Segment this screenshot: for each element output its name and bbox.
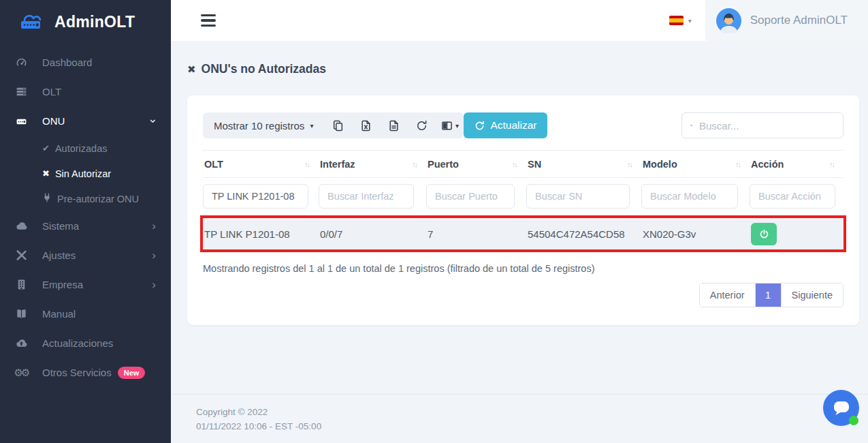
sidebar-item-empresa[interactable]: Empresa › — [0, 270, 171, 299]
search-box — [681, 112, 843, 138]
cell-olt: TP LINK P1201-08 — [203, 228, 319, 240]
datatable-buttons-group: Mostrar 10 registros ▾ — [203, 112, 464, 138]
sidebar-item-label: Pre-autorizar ONU — [57, 194, 139, 204]
filter-modelo-input[interactable] — [641, 184, 738, 209]
sidebar-item-sistema[interactable]: Sistema › — [0, 211, 171, 241]
sidebar-item-label: OLT — [42, 86, 61, 97]
brand-logo: AdminOLT — [0, 0, 171, 44]
page-title: ✖ ONU's no Autorizadas — [187, 62, 859, 76]
chevron-right-icon: › — [152, 249, 156, 261]
page-length-select[interactable]: Mostrar 10 registros ▾ — [203, 120, 324, 132]
search-input[interactable] — [699, 120, 835, 132]
table-header-row: OLT↑↓ Interfaz↑↓ Puerto↑↓ SN↑↓ Modelo↑↓ … — [203, 151, 843, 178]
page-content: ✖ ONU's no Autorizadas Mostrar 10 regist… — [171, 41, 868, 394]
router-icon — [15, 115, 27, 127]
sidebar-item-label: Empresa — [42, 279, 83, 290]
datetime-text: 01/11/2022 10:06 - EST -05:00 — [196, 419, 868, 433]
pagination-page-1[interactable]: 1 — [755, 284, 781, 307]
sidebar-item-autorizadas[interactable]: ✔ Autorizadas — [0, 136, 171, 161]
sidebar-item-olt[interactable]: OLT — [0, 77, 171, 106]
caret-down-icon: ▾ — [310, 122, 313, 129]
sort-icon: ↑↓ — [627, 160, 632, 168]
chevron-down-icon: › — [148, 119, 160, 123]
sidebar-item-dashboard[interactable]: Dashboard — [0, 48, 171, 77]
table-info: Mostrando registros del 1 al 1 de un tot… — [203, 263, 843, 274]
column-header-sn[interactable]: SN↑↓ — [526, 159, 641, 170]
data-table: OLT↑↓ Interfaz↑↓ Puerto↑↓ SN↑↓ Modelo↑↓ … — [203, 150, 843, 252]
spain-flag-icon — [669, 16, 684, 25]
sort-icon: ↑↓ — [304, 160, 309, 168]
column-header-puerto[interactable]: Puerto↑↓ — [426, 159, 526, 170]
check-icon: ✔ — [42, 143, 50, 153]
book-icon — [15, 308, 27, 320]
building-icon — [15, 279, 27, 290]
plug-icon — [42, 193, 52, 204]
pagination-next-button[interactable]: Siguiente — [781, 284, 843, 307]
chat-widget-button[interactable] — [823, 390, 859, 426]
cell-sn: 54504C472A54CD58 — [526, 228, 641, 240]
refresh-icon — [475, 121, 485, 131]
copyright-text: Copyright © 2022 — [196, 405, 868, 419]
sidebar-item-otros-servicios[interactable]: ⚙⚙ Otros Servicios New — [0, 358, 171, 387]
column-header-olt[interactable]: OLT↑↓ — [203, 159, 319, 170]
filter-sn-input[interactable] — [526, 184, 630, 209]
column-header-interfaz[interactable]: Interfaz↑↓ — [319, 159, 426, 170]
table-toolbar: Mostrar 10 registros ▾ — [203, 112, 843, 138]
export-file-button[interactable] — [380, 112, 408, 138]
sidebar-nav: Dashboard OLT ONU › ✔ Autorizadas ✖ — [0, 44, 171, 387]
reload-button[interactable] — [408, 112, 436, 138]
pagination-prev-button[interactable]: Anterior — [700, 284, 755, 307]
cloud-icon — [15, 220, 27, 232]
actualizar-button[interactable]: Actualizar — [464, 112, 547, 138]
sort-icon: ↑↓ — [829, 160, 834, 168]
filter-accion-input[interactable] — [750, 184, 835, 209]
pagination: Anterior 1 Siguiente — [699, 283, 843, 307]
file-text-icon — [388, 120, 400, 132]
tools-icon — [15, 249, 27, 261]
sidebar-item-label: Ajustes — [42, 249, 76, 261]
sidebar-item-ajustes[interactable]: Ajustes › — [0, 241, 171, 270]
x-icon: ✖ — [187, 63, 196, 76]
cell-modelo: XN020-G3v — [641, 228, 750, 240]
topbar-right: ▾ Soporte AdminOLT — [669, 0, 868, 41]
sort-icon: ↑↓ — [412, 160, 417, 168]
authorize-power-button[interactable] — [751, 223, 777, 245]
column-visibility-button[interactable]: ▾ — [436, 112, 464, 138]
sidebar-item-manual[interactable]: Manual — [0, 299, 171, 329]
table-card: Mostrar 10 registros ▾ — [187, 95, 859, 325]
column-header-accion[interactable]: Acción↑↓ — [750, 159, 843, 170]
sort-icon: ↑↓ — [512, 160, 517, 168]
columns-icon — [441, 120, 453, 132]
avatar — [716, 8, 741, 33]
sidebar-item-actualizaciones[interactable]: Actualizaciones — [0, 329, 171, 358]
table-row: TP LINK P1201-08 0/0/7 7 54504C472A54CD5… — [200, 215, 846, 252]
sidebar-item-sin-autorizar[interactable]: ✖ Sin Autorizar — [0, 161, 171, 186]
server-icon — [15, 86, 27, 97]
filter-interfaz-input[interactable] — [319, 184, 414, 209]
copy-button[interactable] — [324, 112, 352, 138]
export-excel-button[interactable] — [352, 112, 380, 138]
sidebar-item-onu[interactable]: ONU › — [0, 106, 171, 136]
pagination-wrap: Anterior 1 Siguiente — [203, 283, 843, 307]
power-icon — [759, 229, 769, 239]
online-status-dot — [849, 416, 858, 425]
menu-toggle-button[interactable] — [201, 14, 216, 27]
copy-icon — [332, 120, 344, 132]
chevron-right-icon: › — [152, 279, 156, 290]
sidebar-item-label: Manual — [42, 308, 76, 320]
language-selector[interactable]: ▾ — [669, 16, 692, 25]
filter-olt-input[interactable] — [203, 184, 308, 209]
x-icon: ✖ — [42, 168, 50, 179]
user-menu[interactable]: Soporte AdminOLT — [705, 0, 868, 41]
refresh-icon — [416, 120, 428, 132]
cell-interfaz: 0/0/7 — [319, 228, 426, 240]
sort-icon: ↑↓ — [735, 160, 740, 168]
main-area: ▾ Soporte AdminOLT ✖ ONU's no Autorizada… — [171, 0, 868, 443]
caret-down-icon: ▾ — [688, 17, 692, 25]
column-header-modelo[interactable]: Modelo↑↓ — [641, 159, 750, 170]
sidebar-item-label: Otros Servicios — [42, 367, 112, 378]
adminolt-logo-icon — [18, 10, 48, 33]
filter-puerto-input[interactable] — [426, 184, 515, 209]
sidebar-item-label: Sistema — [42, 220, 79, 232]
sidebar-item-pre-autorizar[interactable]: Pre-autorizar ONU — [0, 186, 171, 211]
